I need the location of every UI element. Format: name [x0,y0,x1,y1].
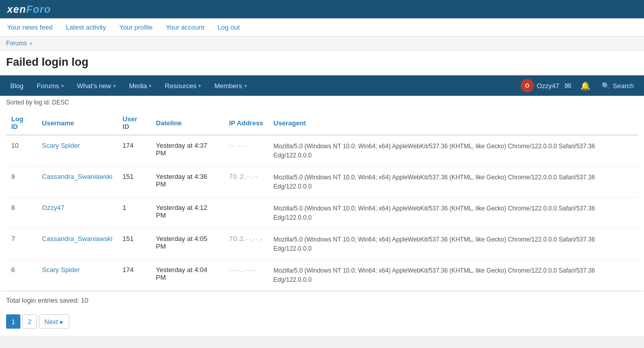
table-row: 9Cassandra_Swaniawski151Yesterday at 4:3… [6,167,638,198]
bell-icon[interactable]: 🔔 [576,75,595,96]
table-header-row: Log ID Username User ID Dateline IP Addr… [6,111,638,135]
media-caret-icon: ▾ [149,83,151,89]
nav-media[interactable]: Media ▾ [123,75,158,96]
cell-log-id: 8 [6,198,37,229]
forums-caret-icon: ▾ [61,83,64,89]
cell-user-id: 1 [117,198,150,229]
cell-ip: ··· ···· [224,135,268,167]
table-row: 8Ozzy471Yesterday at 4:12 PMMozilla/5.0 … [6,198,638,229]
cell-useragent: Mozilla/5.0 (Windows NT 10.0; Win64; x64… [268,135,638,167]
cell-log-id: 9 [6,167,37,198]
col-log-id: Log ID [6,111,37,135]
members-caret-icon: ▾ [244,83,247,89]
page-title-area: Failed login log [0,50,644,75]
col-ip-address: IP Address [224,111,268,135]
subnav-log-out[interactable]: Log out [216,19,242,35]
cell-log-id: 7 [6,229,37,260]
cell-ip: ··.··.···.·· [224,260,268,291]
search-icon: 🔍 [602,82,610,90]
cell-dateline: Yesterday at 4:12 PM [151,198,224,229]
resources-caret-icon: ▾ [198,83,201,89]
subnav-latest-activity[interactable]: Latest activity [64,19,108,35]
nav-blog[interactable]: Blog [4,75,30,96]
col-useragent: Useragent [268,111,638,135]
cell-useragent: Mozilla/5.0 (Windows NT 10.0; Win64; x64… [268,260,638,291]
search-button[interactable]: 🔍 Search [596,75,640,96]
subnav-your-account[interactable]: Your account [164,19,206,35]
table-row: 10Scary Spider174Yesterday at 4:37 PM···… [6,135,638,167]
cell-useragent: Mozilla/5.0 (Windows NT 10.0; Win64; x64… [268,167,638,198]
cell-ip: 70.2.··.··.· [224,229,268,260]
col-user-id: User ID [117,111,150,135]
subnav-your-news-feed[interactable]: Your news feed [5,19,55,35]
avatar[interactable]: O [521,79,534,92]
col-username: Username [37,111,117,135]
nav-whats-new[interactable]: What's new ▾ [71,75,122,96]
login-log-table: Log ID Username User ID Dateline IP Addr… [6,111,638,291]
username-link[interactable]: Cassandra_Swaniawski [42,173,112,180]
cell-username: Scary Spider [37,135,117,167]
table-footer: Total login entries saved: 10 [0,291,644,309]
cell-log-id: 6 [6,260,37,291]
username-link[interactable]: Ozzy47 [42,204,64,211]
logo: xenForo [7,4,51,15]
next-page-button[interactable]: Next ▸ [39,314,69,329]
cell-dateline: Yesterday at 4:36 PM [151,167,224,198]
cell-username: Cassandra_Swaniawski [37,167,117,198]
top-bar: xenForo [0,0,644,18]
cell-useragent: Mozilla/5.0 (Windows NT 10.0; Win64; x64… [268,198,638,229]
cell-useragent: Mozilla/5.0 (Windows NT 10.0; Win64; x64… [268,229,638,260]
nav-forums[interactable]: Forums ▾ [31,75,70,96]
cell-username: Scary Spider [37,260,117,291]
pagination: 1 2 Next ▸ [0,309,644,336]
col-dateline: Dateline [151,111,224,135]
cell-dateline: Yesterday at 4:37 PM [151,135,224,167]
cell-user-id: 151 [117,229,150,260]
nav-members[interactable]: Members ▾ [208,75,252,96]
cell-username: Cassandra_Swaniawski [37,229,117,260]
breadcrumb-chevron: › [30,40,32,47]
cell-user-id: 174 [117,260,150,291]
page-2-button[interactable]: 2 [22,314,37,329]
next-label: Next [44,318,58,326]
sub-nav: Your news feed Latest activity Your prof… [0,18,644,37]
table-container: Log ID Username User ID Dateline IP Addr… [0,111,644,291]
next-arrow-icon: ▸ [60,318,64,326]
main-nav: Blog Forums ▾ What's new ▾ Media ▾ Resou… [0,75,644,96]
subnav-your-profile[interactable]: Your profile [117,19,154,35]
username-link[interactable]: Scary Spider [42,266,80,274]
username-link[interactable]: Cassandra_Swaniawski [42,235,112,243]
mail-icon[interactable]: ✉ [560,75,575,96]
breadcrumb: Forums › [0,37,644,50]
sort-info: Sorted by log id: DESC [0,96,644,111]
username-label[interactable]: Ozzy47 [537,82,559,90]
cell-dateline: Yesterday at 4:05 PM [151,229,224,260]
table-row: 6Scary Spider174Yesterday at 4:04 PM··.·… [6,260,638,291]
breadcrumb-forums[interactable]: Forums [6,40,27,47]
cell-log-id: 10 [6,135,37,167]
cell-ip: 70.2.··.·· [224,167,268,198]
page-title: Failed login log [6,56,638,69]
cell-user-id: 174 [117,135,150,167]
cell-user-id: 151 [117,167,150,198]
nav-resources[interactable]: Resources ▾ [159,75,207,96]
table-row: 7Cassandra_Swaniawski151Yesterday at 4:0… [6,229,638,260]
cell-ip [224,198,268,229]
cell-dateline: Yesterday at 4:04 PM [151,260,224,291]
whats-new-caret-icon: ▾ [113,83,116,89]
page-1-button[interactable]: 1 [6,314,20,329]
username-link[interactable]: Scary Spider [42,142,80,149]
cell-username: Ozzy47 [37,198,117,229]
user-area: O Ozzy47 [521,79,559,92]
